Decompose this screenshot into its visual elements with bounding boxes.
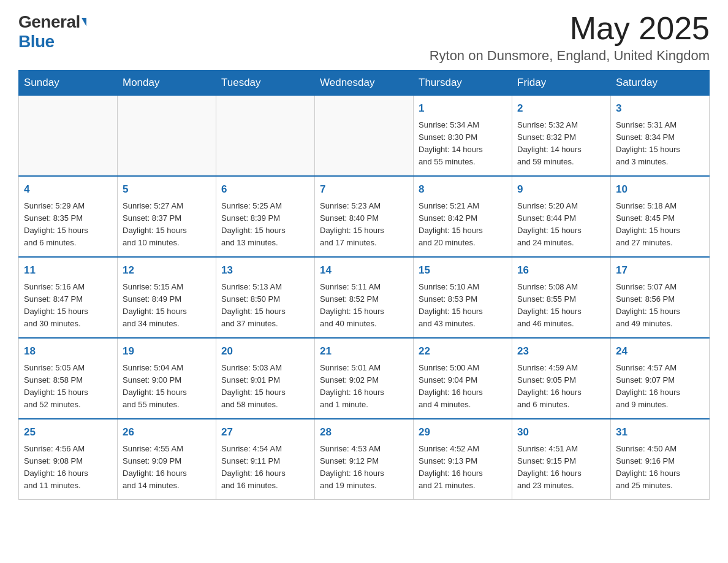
calendar-cell: 9Sunrise: 5:20 AM Sunset: 8:44 PM Daylig… (512, 176, 611, 257)
logo-blue-text: Blue (18, 32, 55, 51)
month-title: May 2025 (430, 12, 710, 44)
day-number: 25 (24, 424, 112, 440)
day-number: 3 (616, 101, 704, 117)
day-number: 31 (616, 424, 704, 440)
calendar-cell: 23Sunrise: 4:59 AM Sunset: 9:05 PM Dayli… (512, 338, 611, 419)
calendar-cell: 12Sunrise: 5:15 AM Sunset: 8:49 PM Dayli… (118, 257, 216, 338)
calendar-week-row: 11Sunrise: 5:16 AM Sunset: 8:47 PM Dayli… (19, 257, 710, 338)
calendar-week-row: 1Sunrise: 5:34 AM Sunset: 8:30 PM Daylig… (19, 96, 710, 177)
day-info: Sunrise: 5:01 AM Sunset: 9:02 PM Dayligh… (320, 362, 408, 412)
day-number: 6 (221, 182, 309, 197)
day-number: 14 (320, 262, 408, 278)
day-info: Sunrise: 4:51 AM Sunset: 9:15 PM Dayligh… (517, 443, 605, 492)
page-header: General Blue May 2025 Ryton on Dunsmore,… (18, 12, 710, 64)
day-info: Sunrise: 5:11 AM Sunset: 8:52 PM Dayligh… (320, 281, 408, 331)
day-number: 17 (616, 262, 704, 278)
calendar-cell: 4Sunrise: 5:29 AM Sunset: 8:35 PM Daylig… (19, 176, 118, 257)
day-info: Sunrise: 5:32 AM Sunset: 8:32 PM Dayligh… (517, 119, 605, 169)
day-number: 8 (419, 182, 507, 197)
calendar-cell (118, 96, 216, 177)
calendar-cell: 30Sunrise: 4:51 AM Sunset: 9:15 PM Dayli… (512, 419, 611, 500)
calendar-cell: 10Sunrise: 5:18 AM Sunset: 8:45 PM Dayli… (611, 176, 710, 257)
title-section: May 2025 Ryton on Dunsmore, England, Uni… (430, 12, 710, 64)
day-number: 19 (123, 343, 211, 359)
day-info: Sunrise: 5:25 AM Sunset: 8:39 PM Dayligh… (221, 200, 309, 250)
day-number: 10 (616, 182, 704, 197)
day-number: 2 (517, 101, 605, 117)
day-number: 18 (24, 343, 112, 359)
calendar-header-saturday: Saturday (611, 71, 710, 96)
calendar-cell: 31Sunrise: 4:50 AM Sunset: 9:16 PM Dayli… (611, 419, 710, 500)
day-info: Sunrise: 5:04 AM Sunset: 9:00 PM Dayligh… (123, 362, 211, 412)
calendar-header-row: SundayMondayTuesdayWednesdayThursdayFrid… (19, 71, 710, 96)
day-number: 9 (517, 182, 605, 197)
calendar-table: SundayMondayTuesdayWednesdayThursdayFrid… (18, 70, 710, 500)
calendar-cell (315, 96, 414, 177)
day-number: 15 (419, 262, 507, 278)
day-info: Sunrise: 4:52 AM Sunset: 9:13 PM Dayligh… (419, 443, 507, 492)
calendar-cell: 28Sunrise: 4:53 AM Sunset: 9:12 PM Dayli… (315, 419, 414, 500)
day-info: Sunrise: 5:10 AM Sunset: 8:53 PM Dayligh… (419, 281, 507, 331)
calendar-cell: 6Sunrise: 5:25 AM Sunset: 8:39 PM Daylig… (216, 176, 315, 257)
calendar-cell: 5Sunrise: 5:27 AM Sunset: 8:37 PM Daylig… (118, 176, 216, 257)
day-number: 1 (419, 101, 507, 117)
day-info: Sunrise: 4:54 AM Sunset: 9:11 PM Dayligh… (221, 443, 309, 492)
day-number: 24 (616, 343, 704, 359)
day-info: Sunrise: 5:23 AM Sunset: 8:40 PM Dayligh… (320, 200, 408, 250)
day-info: Sunrise: 5:16 AM Sunset: 8:47 PM Dayligh… (24, 281, 112, 331)
calendar-cell: 14Sunrise: 5:11 AM Sunset: 8:52 PM Dayli… (315, 257, 414, 338)
day-info: Sunrise: 5:05 AM Sunset: 8:58 PM Dayligh… (24, 362, 112, 412)
day-number: 27 (221, 424, 309, 440)
calendar-cell: 26Sunrise: 4:55 AM Sunset: 9:09 PM Dayli… (118, 419, 216, 500)
day-info: Sunrise: 5:27 AM Sunset: 8:37 PM Dayligh… (123, 200, 211, 250)
calendar-cell: 7Sunrise: 5:23 AM Sunset: 8:40 PM Daylig… (315, 176, 414, 257)
calendar-cell: 17Sunrise: 5:07 AM Sunset: 8:56 PM Dayli… (611, 257, 710, 338)
day-info: Sunrise: 5:08 AM Sunset: 8:55 PM Dayligh… (517, 281, 605, 331)
calendar-cell: 15Sunrise: 5:10 AM Sunset: 8:53 PM Dayli… (414, 257, 512, 338)
day-number: 21 (320, 343, 408, 359)
calendar-cell (19, 96, 118, 177)
day-info: Sunrise: 4:50 AM Sunset: 9:16 PM Dayligh… (616, 443, 704, 492)
calendar-cell: 22Sunrise: 5:00 AM Sunset: 9:04 PM Dayli… (414, 338, 512, 419)
day-number: 20 (221, 343, 309, 359)
calendar-header-friday: Friday (512, 71, 611, 96)
day-number: 29 (419, 424, 507, 440)
calendar-cell: 18Sunrise: 5:05 AM Sunset: 8:58 PM Dayli… (19, 338, 118, 419)
calendar-cell: 27Sunrise: 4:54 AM Sunset: 9:11 PM Dayli… (216, 419, 315, 500)
day-number: 13 (221, 262, 309, 278)
logo-triangle-icon (82, 18, 86, 26)
day-number: 26 (123, 424, 211, 440)
day-info: Sunrise: 5:03 AM Sunset: 9:01 PM Dayligh… (221, 362, 309, 412)
calendar-cell: 2Sunrise: 5:32 AM Sunset: 8:32 PM Daylig… (512, 96, 611, 177)
calendar-cell: 16Sunrise: 5:08 AM Sunset: 8:55 PM Dayli… (512, 257, 611, 338)
calendar-cell: 3Sunrise: 5:31 AM Sunset: 8:34 PM Daylig… (611, 96, 710, 177)
calendar-header-tuesday: Tuesday (216, 71, 315, 96)
calendar-cell: 29Sunrise: 4:52 AM Sunset: 9:13 PM Dayli… (414, 419, 512, 500)
location-text: Ryton on Dunsmore, England, United Kingd… (430, 48, 710, 64)
day-info: Sunrise: 4:55 AM Sunset: 9:09 PM Dayligh… (123, 443, 211, 492)
day-info: Sunrise: 5:20 AM Sunset: 8:44 PM Dayligh… (517, 200, 605, 250)
calendar-header-wednesday: Wednesday (315, 71, 414, 96)
logo: General Blue (18, 12, 86, 52)
day-number: 11 (24, 262, 112, 278)
day-info: Sunrise: 4:56 AM Sunset: 9:08 PM Dayligh… (24, 443, 112, 492)
day-info: Sunrise: 5:07 AM Sunset: 8:56 PM Dayligh… (616, 281, 704, 331)
calendar-cell (216, 96, 315, 177)
day-number: 22 (419, 343, 507, 359)
day-info: Sunrise: 5:13 AM Sunset: 8:50 PM Dayligh… (221, 281, 309, 331)
calendar-cell: 1Sunrise: 5:34 AM Sunset: 8:30 PM Daylig… (414, 96, 512, 177)
calendar-cell: 25Sunrise: 4:56 AM Sunset: 9:08 PM Dayli… (19, 419, 118, 500)
day-info: Sunrise: 5:29 AM Sunset: 8:35 PM Dayligh… (24, 200, 112, 250)
calendar-cell: 11Sunrise: 5:16 AM Sunset: 8:47 PM Dayli… (19, 257, 118, 338)
calendar-header-thursday: Thursday (414, 71, 512, 96)
day-info: Sunrise: 5:00 AM Sunset: 9:04 PM Dayligh… (419, 362, 507, 412)
calendar-cell: 19Sunrise: 5:04 AM Sunset: 9:00 PM Dayli… (118, 338, 216, 419)
day-info: Sunrise: 5:15 AM Sunset: 8:49 PM Dayligh… (123, 281, 211, 331)
day-number: 12 (123, 262, 211, 278)
logo-general-text: General (18, 12, 80, 32)
day-info: Sunrise: 5:18 AM Sunset: 8:45 PM Dayligh… (616, 200, 704, 250)
day-info: Sunrise: 4:57 AM Sunset: 9:07 PM Dayligh… (616, 362, 704, 412)
calendar-cell: 20Sunrise: 5:03 AM Sunset: 9:01 PM Dayli… (216, 338, 315, 419)
calendar-header-monday: Monday (118, 71, 216, 96)
calendar-week-row: 4Sunrise: 5:29 AM Sunset: 8:35 PM Daylig… (19, 176, 710, 257)
